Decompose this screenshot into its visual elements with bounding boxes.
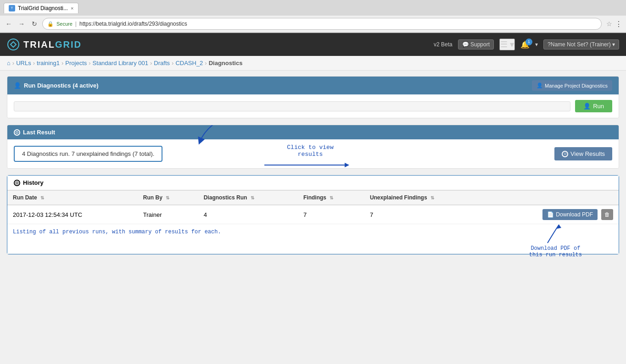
progress-bar (14, 101, 570, 111)
last-result-header: ⊙ Last Result (7, 125, 619, 139)
forward-button[interactable]: → (17, 19, 27, 29)
breadcrumb-item-urls[interactable]: URLs (16, 60, 31, 66)
click-annotation-line2: results (264, 151, 356, 158)
breadcrumb-sep-1: › (33, 60, 35, 66)
col-run-by-label: Run By (143, 194, 162, 201)
secure-label: Secure (56, 21, 73, 27)
run-icon: 👤 (583, 103, 591, 110)
col-unexplained-label: Unexplained Findings (370, 194, 427, 201)
last-result-panel: ⊙ Last Result 4 Diagnostics run. 7 unexp… (7, 125, 619, 169)
tab-title: TrialGrid Diagnosti... (18, 5, 68, 11)
breadcrumb-item-projects[interactable]: Projects (65, 60, 87, 66)
sort-diagnostics-run-icon: ⇅ (251, 195, 254, 200)
click-annotation-line1: Click to view (264, 144, 356, 151)
sort-run-date-icon: ⇅ (40, 195, 44, 200)
breadcrumb-item-cdash2[interactable]: CDASH_2 (175, 60, 203, 66)
delete-button[interactable]: 🗑 (601, 209, 613, 220)
action-buttons: 📄 Download PDF 🗑 (492, 209, 613, 220)
svg-point-0 (8, 39, 19, 50)
bell-dropdown-icon: ▾ (535, 41, 538, 48)
manage-icon: 👤 (537, 83, 543, 88)
col-unexplained[interactable]: Unexplained Findings ⇅ (364, 191, 486, 205)
breadcrumb-item-drafts[interactable]: Drafts (154, 60, 170, 66)
breadcrumb-sep-0: › (12, 60, 14, 66)
breadcrumb-home[interactable]: ⌂ (7, 60, 11, 66)
logo-icon (7, 38, 20, 51)
sort-findings-icon: ⇅ (330, 195, 333, 200)
col-diagnostics-run[interactable]: Diagnostics Run ⇅ (198, 191, 298, 205)
address-separator: | (75, 21, 77, 27)
col-findings[interactable]: Findings ⇅ (298, 191, 364, 205)
app-header: TRIALGRID v2 Beta 💬 Support ☰ ▾ 🔔 1 ▾ ?N… (0, 33, 626, 56)
history-icon: ⊙ (14, 180, 20, 186)
history-table: Run Date ⇅ Run By ⇅ Diagnostics Run ⇅ (7, 190, 619, 254)
logo-trial: TRIAL (23, 39, 55, 50)
history-body: Run Date ⇅ Run By ⇅ Diagnostics Run ⇅ (7, 190, 619, 254)
run-diagnostics-panel: 👤 Run Diagnostics (4 active) 👤 Manage Pr… (7, 76, 619, 118)
user-label: ?Name Not Set? (Trainer) (548, 41, 611, 48)
breadcrumb-item-training1[interactable]: training1 (37, 60, 60, 66)
run-diagnostics-title: Run Diagnostics (4 active) (24, 82, 99, 89)
notifications-button[interactable]: 🔔 1 (520, 40, 530, 49)
history-panel: ⊙ History Run Date ⇅ Run By ⇅ (7, 175, 619, 254)
address-bar[interactable]: 🔒 Secure | https://beta.trialgrid.io/dra… (42, 18, 602, 30)
trash-icon: 🗑 (604, 211, 610, 218)
logo-text: TRIALGRID (23, 39, 82, 50)
refresh-button[interactable]: ↻ (29, 19, 39, 29)
cell-actions: 📄 Download PDF 🗑 (486, 205, 619, 224)
col-run-date-label: Run Date (13, 194, 37, 201)
browser-tab[interactable]: T TrialGrid Diagnosti... × (4, 3, 78, 13)
logo-grid: GRID (55, 39, 82, 50)
url-text: https://beta.trialgrid.io/drafts/293/dia… (79, 21, 187, 27)
cell-unexplained: 7 (364, 205, 486, 224)
breadcrumb-sep-5: › (172, 60, 173, 66)
cell-run-date: 2017-12-03 12:54:34 UTC (7, 205, 138, 224)
click-arrow (264, 160, 356, 169)
run-button[interactable]: 👤 Run (575, 100, 612, 112)
annotation-row: Listing of all previous runs, with summa… (7, 224, 619, 254)
browser-nav-bar: ← → ↻ 🔒 Secure | https://beta.trialgrid.… (0, 16, 626, 33)
cell-diagnostics-run: 4 (198, 205, 298, 224)
sort-run-by-icon: ⇅ (166, 195, 169, 200)
result-summary-box: 4 Diagnostics run. 7 unexplained finding… (14, 146, 162, 162)
tab-close-icon[interactable]: × (71, 6, 73, 11)
col-actions (486, 191, 619, 205)
main-content: 👤 Run Diagnostics (4 active) 👤 Manage Pr… (0, 71, 626, 266)
last-result-header-left: ⊙ Last Result (14, 129, 55, 136)
support-button[interactable]: 💬 Support (458, 39, 494, 50)
breadcrumb-current: Diagnostics (209, 60, 243, 66)
run-diagnostics-header-left: 👤 Run Diagnostics (4 active) (14, 82, 99, 89)
download-annotation-line2: this run results (529, 252, 582, 258)
download-arrow (529, 222, 566, 245)
manage-project-diagnostics-button[interactable]: 👤 Manage Project Diagnostics (532, 80, 612, 91)
run-diagnostics-body: 👤 Run (7, 94, 619, 118)
history-table-body: 2017-12-03 12:54:34 UTC Trainer 4 7 7 📄 … (7, 205, 619, 254)
col-diagnostics-run-label: Diagnostics Run (204, 194, 247, 201)
bookmark-icon[interactable]: ☆ (606, 20, 612, 28)
download-annotation: Download PDF of this run results (529, 222, 582, 258)
tab-icon: T (9, 5, 15, 11)
annotation-cell: Listing of all previous runs, with summa… (7, 224, 619, 254)
run-btn-label: Run (593, 103, 604, 110)
download-pdf-button[interactable]: 📄 Download PDF (542, 209, 598, 220)
view-results-button[interactable]: ⊙ View Results (554, 147, 612, 160)
col-run-date[interactable]: Run Date ⇅ (7, 191, 138, 205)
menu-icon[interactable]: ☰ ▾ (499, 39, 515, 50)
header-right: v2 Beta 💬 Support ☰ ▾ 🔔 1 ▾ ?Name Not Se… (434, 39, 619, 50)
manage-btn-label: Manage Project Diagnostics (545, 83, 608, 88)
version-label: v2 Beta (434, 41, 453, 48)
new-tab-area (80, 2, 95, 14)
history-table-header-row: Run Date ⇅ Run By ⇅ Diagnostics Run ⇅ (7, 191, 619, 205)
user-icon: 👤 (14, 82, 21, 89)
browser-menu-icon[interactable]: ⋮ (615, 20, 622, 28)
run-diagnostics-header: 👤 Run Diagnostics (4 active) 👤 Manage Pr… (7, 77, 619, 94)
logo: TRIALGRID (7, 38, 82, 51)
back-button[interactable]: ← (4, 19, 14, 29)
user-menu-button[interactable]: ?Name Not Set? (Trainer) ▾ (543, 39, 619, 50)
breadcrumb-sep-6: › (205, 60, 207, 66)
history-title: History (23, 179, 44, 186)
breadcrumb-sep-3: › (89, 60, 90, 66)
breadcrumb-item-library[interactable]: Standard Library 001 (93, 60, 148, 66)
col-run-by[interactable]: Run By ⇅ (138, 191, 198, 205)
history-annotation-text: Listing of all previous runs, with summa… (13, 229, 221, 235)
